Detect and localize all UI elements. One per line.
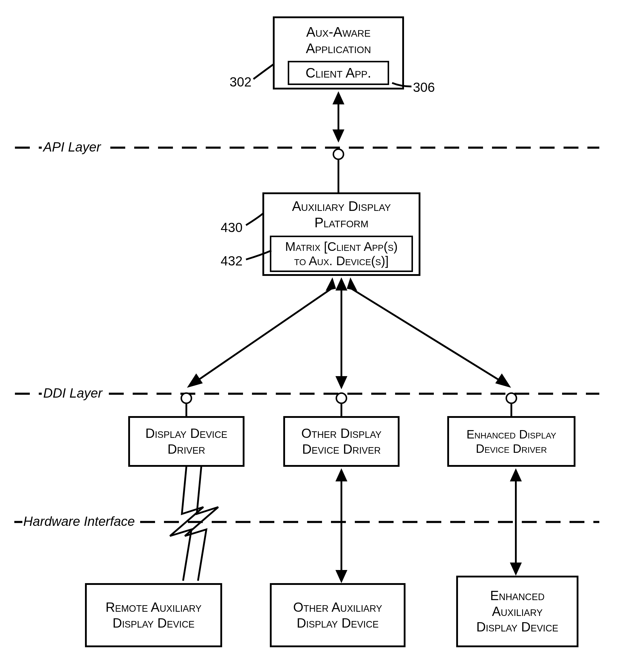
enhanced-driver-line2: Device Driver [476,442,547,456]
svg-marker-29 [510,468,522,481]
enhanced-display-device-driver-box: Enhanced Display Device Driver [447,416,575,467]
display-driver-line1: Display Device [145,426,227,442]
remote-device-line1: Remote Auxiliary [106,600,202,615]
svg-marker-12 [335,277,347,290]
svg-marker-8 [333,129,344,143]
svg-point-24 [506,393,517,403]
svg-marker-13 [347,277,357,291]
svg-point-16 [181,393,191,403]
enhanced-device-line1: Enhanced [490,588,545,604]
enhanced-driver-line1: Enhanced Display [466,427,556,442]
api-layer-label: API Layer [43,140,101,154]
svg-marker-15 [187,374,203,388]
remote-auxiliary-display-device-box: Remote Auxiliary Display Device [85,583,222,647]
aux-aware-application-box: Aux-Aware Application Client App. [273,16,404,89]
client-app-inner-box: Client App. [288,61,389,85]
svg-point-20 [336,393,346,403]
auxiliary-display-platform-box: Auxiliary Display Platform Matrix [Clien… [262,192,420,276]
enhanced-device-line2: Auxiliary [492,604,543,619]
svg-marker-19 [335,376,347,389]
other-driver-line1: Other Display [301,426,382,442]
svg-marker-26 [335,468,347,481]
svg-marker-23 [495,374,511,388]
aux-platform-line1: Auxiliary Display [292,198,391,214]
other-driver-line2: Device Driver [302,442,381,457]
aux-aware-line1: Aux-Aware [306,24,370,40]
svg-marker-6 [333,91,344,105]
svg-point-9 [333,149,343,159]
remote-device-line2: Display Device [113,615,194,631]
ref-430: 430 [221,220,243,235]
svg-marker-28 [335,570,347,583]
aux-aware-line2: Application [306,41,371,56]
display-driver-line2: Driver [167,442,205,457]
aux-platform-line2: Platform [314,215,368,230]
matrix-line1: Matrix [Client App(s) [285,240,398,254]
svg-line-22 [352,289,506,385]
hardware-interface-label: Hardware Interface [23,514,135,529]
ref-306: 306 [413,80,435,95]
matrix-inner-box: Matrix [Client App(s) to Aux. Device(s)] [270,236,413,272]
svg-line-14 [192,289,331,385]
svg-marker-11 [326,277,336,291]
display-device-driver-box: Display Device Driver [128,416,245,467]
ddi-layer-label: DDI Layer [43,386,102,401]
enhanced-auxiliary-display-device-box: Enhanced Auxiliary Display Device [456,576,578,647]
ref-302: 302 [229,75,251,89]
diagram-overlay [0,0,619,672]
other-auxiliary-display-device-box: Other Auxiliary Display Device [270,583,406,647]
ref-432: 432 [221,254,243,268]
other-device-line1: Other Auxiliary [293,600,382,615]
other-device-line2: Display Device [297,615,379,631]
enhanced-device-line3: Display Device [476,619,558,635]
other-display-device-driver-box: Other Display Device Driver [283,416,400,467]
svg-marker-31 [510,562,522,576]
matrix-line2: to Aux. Device(s)] [294,254,389,268]
client-app-label: Client App. [305,65,371,80]
